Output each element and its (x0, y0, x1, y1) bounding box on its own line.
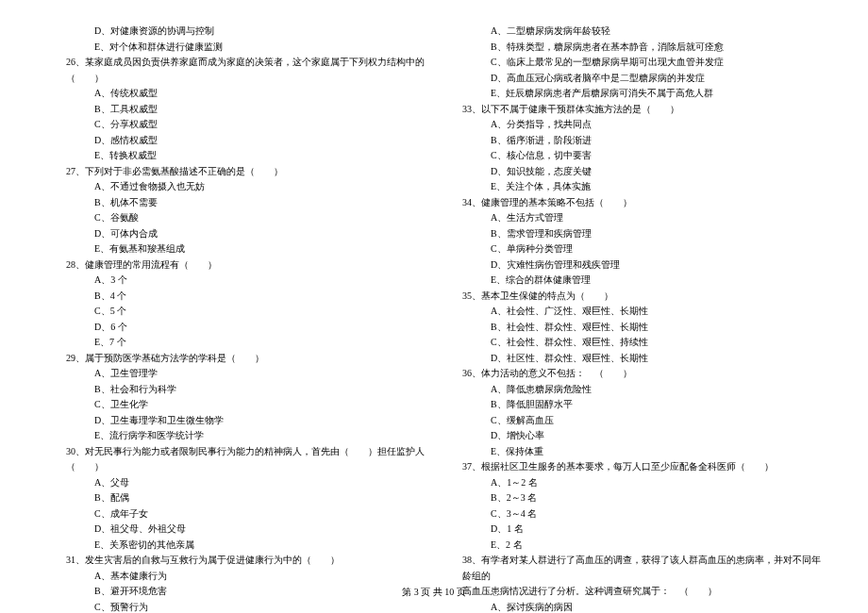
option-text: D、高血压冠心病或者脑卒中是二型糖尿病的并发症 (443, 71, 821, 87)
option-text: A、探讨疾病的病因 (443, 600, 821, 614)
option-text: A、不通过食物摄入也无妨 (47, 179, 425, 195)
option-text: C、缓解高血压 (443, 413, 821, 429)
option-text: A、1～2 名 (443, 475, 821, 491)
question-33: 33、以下不属于健康干预群体实施方法的是（ ） (443, 102, 821, 118)
option-text: D、对健康资源的协调与控制 (47, 24, 425, 40)
option-text: C、单病种分类管理 (443, 241, 821, 257)
option-text: A、生活方式管理 (443, 210, 821, 226)
option-text: B、特殊类型，糖尿病患者在基本静音，消除后就可痊愈 (443, 40, 821, 56)
option-text: E、7 个 (47, 335, 425, 351)
option-text: D、卫生毒理学和卫生微生物学 (47, 413, 425, 429)
option-text: A、分类指导，找共同点 (443, 117, 821, 133)
option-text: E、妊辰糖尿病患者产后糖尿病可消失不属于高危人群 (443, 86, 821, 102)
option-text: B、社会性、群众性、艰巨性、长期性 (443, 320, 821, 336)
option-text: A、卫生管理学 (47, 366, 425, 382)
option-text: E、转换权威型 (47, 148, 425, 164)
option-text: E、2 名 (443, 538, 821, 554)
option-text: C、预警行为 (47, 600, 425, 614)
option-text: C、5 个 (47, 304, 425, 320)
option-text: A、基本健康行为 (47, 569, 425, 585)
option-text: D、社区性、群众性、艰巨性、长期性 (443, 351, 821, 367)
right-column: A、二型糖尿病发病年龄较轻 B、特殊类型，糖尿病患者在基本静音，消除后就可痊愈 … (443, 24, 821, 571)
left-column: D、对健康资源的协调与控制 E、对个体和群体进行健康监测 26、某家庭成员因负责… (47, 24, 425, 571)
option-text: A、传统权威型 (47, 86, 425, 102)
question-26: 26、某家庭成员因负责供养家庭而成为家庭的决策者，这个家庭属于下列权力结构中的（… (47, 55, 425, 86)
question-27: 27、下列对于非必需氨基酸描述不正确的是（ ） (47, 164, 425, 180)
option-text: D、增快心率 (443, 428, 821, 444)
question-29: 29、属于预防医学基础方法学的学科是（ ） (47, 351, 425, 367)
option-text: D、1 名 (443, 522, 821, 538)
option-text: D、6 个 (47, 320, 425, 336)
option-text: E、对个体和群体进行健康监测 (47, 40, 425, 56)
option-text: A、3 个 (47, 273, 425, 289)
question-38: 38、有学者对某人群进行了高血压的调查，获得了该人群高血压的患病率，并对不同年龄… (443, 553, 821, 584)
option-text: E、关系密切的其他亲属 (47, 538, 425, 554)
option-text: A、降低患糖尿病危险性 (443, 382, 821, 398)
option-text: D、灾难性病伤管理和残疾管理 (443, 257, 821, 273)
option-text: B、循序渐进，阶段渐进 (443, 133, 821, 149)
question-35: 35、基本卫生保健的特点为（ ） (443, 289, 821, 305)
page-footer: 第 3 页 共 10 页 (0, 586, 868, 599)
option-text: B、工具权威型 (47, 102, 425, 118)
option-text: C、分享权威型 (47, 117, 425, 133)
option-text: B、配偶 (47, 490, 425, 506)
option-text: D、可体内合成 (47, 226, 425, 242)
question-31: 31、发生灾害后的自救与互救行为属于促进健康行为中的（ ） (47, 553, 425, 569)
option-text: C、3～4 名 (443, 506, 821, 522)
option-text: C、谷氨酸 (47, 210, 425, 226)
option-text: B、需求管理和疾病管理 (443, 226, 821, 242)
question-28: 28、健康管理的常用流程有（ ） (47, 257, 425, 273)
option-text: B、机体不需要 (47, 195, 425, 211)
exam-content: D、对健康资源的协调与控制 E、对个体和群体进行健康监测 26、某家庭成员因负责… (47, 24, 821, 571)
question-37: 37、根据社区卫生服务的基本要求，每万人口至少应配备全科医师（ ） (443, 459, 821, 475)
option-text: D、祖父母、外祖父母 (47, 522, 425, 538)
option-text: A、二型糖尿病发病年龄较轻 (443, 24, 821, 40)
question-34: 34、健康管理的基本策略不包括（ ） (443, 195, 821, 211)
question-36: 36、体力活动的意义不包括： （ ） (443, 366, 821, 382)
option-text: E、综合的群体健康管理 (443, 273, 821, 289)
option-text: E、关注个体，具体实施 (443, 179, 821, 195)
option-text: C、卫生化学 (47, 397, 425, 413)
option-text: C、社会性、群众性、艰巨性、持续性 (443, 335, 821, 351)
option-text: B、降低胆固醇水平 (443, 397, 821, 413)
option-text: E、有氨基和羧基组成 (47, 241, 425, 257)
option-text: C、成年子女 (47, 506, 425, 522)
option-text: B、4 个 (47, 289, 425, 305)
option-text: C、核心信息，切中要害 (443, 148, 821, 164)
option-text: E、流行病学和医学统计学 (47, 428, 425, 444)
question-30: 30、对无民事行为能力或者限制民事行为能力的精神病人，首先由（ ）担任监护人（ … (47, 444, 425, 475)
option-text: A、父母 (47, 475, 425, 491)
option-text: D、感情权威型 (47, 133, 425, 149)
option-text: B、社会和行为科学 (47, 382, 425, 398)
option-text: E、保持体重 (443, 444, 821, 460)
option-text: A、社会性、广泛性、艰巨性、长期性 (443, 304, 821, 320)
option-text: D、知识技能，态度关键 (443, 164, 821, 180)
option-text: C、临床上最常见的一型糖尿病早期可出现大血管并发症 (443, 55, 821, 71)
option-text: B、2～3 名 (443, 490, 821, 506)
